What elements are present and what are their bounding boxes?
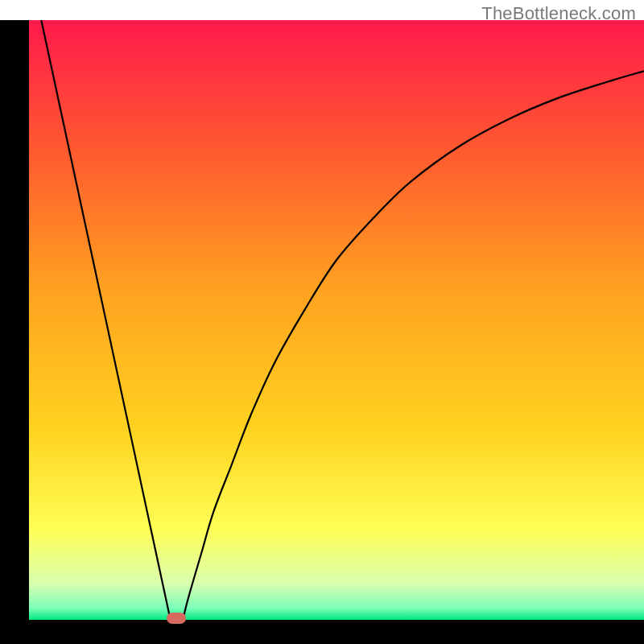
gradient-background	[29, 20, 644, 620]
x-axis-bar	[0, 620, 644, 644]
plot-svg	[29, 20, 644, 620]
chart-frame: TheBottleneck.com	[0, 0, 644, 644]
plot-area	[29, 20, 644, 620]
y-axis-bar	[0, 20, 29, 628]
min-marker	[167, 613, 186, 624]
